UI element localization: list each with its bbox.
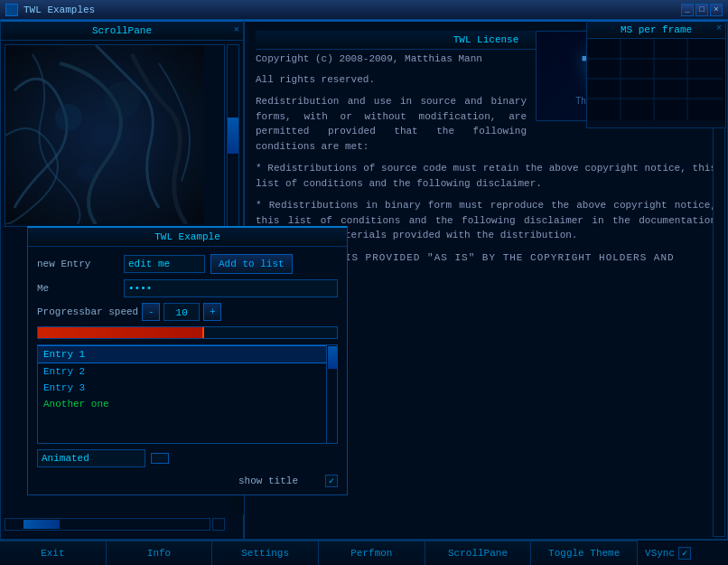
license-rights: All rights reserved.: [256, 72, 527, 88]
dialog-title: TWL Example: [28, 228, 347, 247]
progress-fill: [38, 327, 202, 338]
vertical-scrollbar[interactable]: [227, 44, 239, 227]
entry-display-input[interactable]: [37, 449, 145, 467]
close-button[interactable]: ×: [710, 4, 723, 16]
add-to-list-button[interactable]: Add to list: [210, 254, 293, 274]
tab-info[interactable]: Info: [107, 541, 213, 565]
progress-minus-button[interactable]: -: [142, 303, 160, 321]
minimize-button[interactable]: _: [681, 4, 694, 16]
animated-indicator: [151, 453, 169, 464]
dialog-content: new Entry Add to list Me Progressbar spe…: [28, 247, 347, 494]
tab-settings[interactable]: Settings: [212, 541, 319, 565]
title-bar: TWL Examples _ □ ×: [0, 0, 728, 20]
svg-point-1: [55, 104, 82, 131]
ms-close-icon[interactable]: ×: [716, 24, 722, 33]
vsync-label: VSync: [645, 548, 675, 559]
scrollbar-thumb-v[interactable]: [228, 118, 238, 154]
entry-display-row: [37, 449, 338, 467]
tab-exit[interactable]: Exit: [0, 541, 107, 565]
vsync-checkbox[interactable]: [678, 547, 691, 560]
show-title-row: show title: [37, 475, 338, 487]
me-row: Me: [37, 279, 338, 297]
entry-input[interactable]: [124, 255, 205, 273]
progress-marker: [202, 327, 204, 338]
list-scrollbar-thumb[interactable]: [328, 346, 337, 369]
license-redistribution: Redistribution and use in source and bin…: [256, 94, 527, 154]
title-controls: _ □ ×: [681, 4, 723, 16]
progress-label: Progressbar speed: [37, 306, 138, 317]
show-title-checkbox[interactable]: [325, 475, 338, 487]
list-item[interactable]: Entry 3: [38, 380, 337, 396]
license-copyright: Copyright (c) 2008-2009, Matthias Mann: [256, 52, 527, 67]
ms-graph: [587, 39, 725, 120]
scrollbar-thumb-h[interactable]: [23, 520, 60, 529]
horizontal-scrollbar-container: [5, 518, 225, 531]
list-item[interactable]: Entry 1: [38, 345, 337, 363]
vsync-area: VSync: [638, 541, 728, 565]
entry-label: new Entry: [37, 259, 118, 269]
me-input[interactable]: [124, 279, 338, 297]
tab-toggle-theme[interactable]: Toggle Theme: [531, 541, 638, 565]
entry-row: new Entry Add to list: [37, 254, 338, 274]
scrollpane-image: [5, 45, 204, 224]
svg-point-3: [78, 163, 96, 181]
ms-title: MS per frame ×: [587, 22, 725, 39]
ms-chart-svg: [587, 39, 725, 120]
progress-plus-button[interactable]: +: [203, 303, 221, 321]
license-source: * Redistributions of source code must re…: [256, 161, 716, 191]
scrollpane-border: [5, 44, 225, 227]
scroll-corner: [212, 518, 225, 531]
tab-perfmon[interactable]: Perfmon: [319, 541, 425, 565]
tab-bar: Exit Info Settings Perfmon ScrollPane To…: [0, 540, 728, 565]
list-scrollbar[interactable]: [326, 345, 337, 443]
scrollpane-close-icon[interactable]: ×: [233, 24, 239, 35]
progress-row: Progressbar speed - 10 +: [37, 303, 338, 321]
progress-bar: [37, 326, 338, 339]
svg-point-2: [105, 81, 141, 118]
progress-value: 10: [163, 303, 200, 321]
me-label: Me: [37, 283, 118, 294]
scrollpane-title: ScrollPane ×: [1, 22, 243, 41]
entry-list[interactable]: Entry 1 Entry 2 Entry 3 Another one: [37, 344, 338, 444]
horizontal-scrollbar[interactable]: [5, 518, 210, 531]
maximize-button[interactable]: □: [695, 4, 708, 16]
show-title-label: show title: [238, 476, 320, 486]
tab-scrollpane[interactable]: ScrollPane: [425, 541, 532, 565]
app-icon: [5, 4, 18, 16]
app-title: TWL Examples: [23, 5, 676, 15]
twl-example-dialog: TWL Example new Entry Add to list Me Pro…: [27, 226, 348, 495]
list-item[interactable]: Another one: [38, 396, 337, 412]
list-item[interactable]: Entry 2: [38, 363, 337, 380]
ms-frame-panel: MS per frame ×: [586, 20, 726, 128]
